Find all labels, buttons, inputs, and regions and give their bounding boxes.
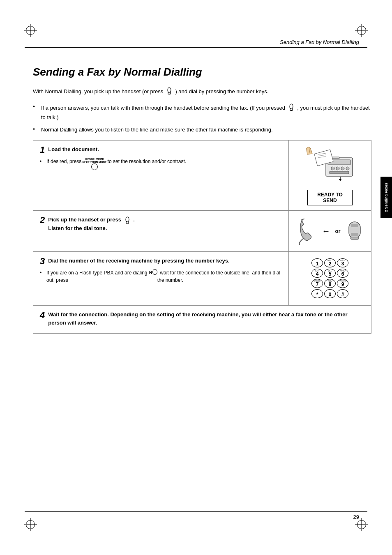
step-1-body: If desired, press RESOLUTION/RECEPTION M… xyxy=(40,158,282,170)
step-1-number: 1 xyxy=(40,145,45,154)
key-6: MNO 6 xyxy=(337,269,348,278)
key-hash: # xyxy=(337,289,348,298)
or-arrow: ← xyxy=(322,226,330,236)
key-1: 1 xyxy=(311,258,323,267)
fax-machine-svg xyxy=(303,145,357,187)
svg-rect-19 xyxy=(350,237,359,240)
key-2: ABC 2 xyxy=(324,258,336,267)
keypad-grid: 1 ABC 2 DEF 3 GHI 4 xyxy=(311,258,348,298)
main-content: Sending a Fax by Normal Dialling With No… xyxy=(33,53,371,522)
telephone-svg xyxy=(296,217,319,246)
svg-marker-15 xyxy=(339,179,342,181)
small-handset-svg xyxy=(346,220,364,242)
ready-to-send-box: READY TO SEND xyxy=(307,190,353,205)
page-title: Sending a Fax by Normal Dialling xyxy=(33,66,371,78)
step2-handset-icon xyxy=(124,216,131,224)
key-star: * xyxy=(311,289,323,298)
steps-container: 1 Load the document. If desired, press R… xyxy=(33,140,371,334)
step-4-number: 4 xyxy=(40,311,45,320)
svg-point-6 xyxy=(336,167,339,170)
svg-rect-0 xyxy=(168,94,170,94)
side-tab: 2 Sending Faxes xyxy=(380,177,392,218)
step-3-number: 3 xyxy=(40,257,45,266)
bullet-2: Normal Dialling allows you to listen to … xyxy=(33,126,371,134)
key-8: TUV 8 xyxy=(324,279,336,288)
key-3: DEF 3 xyxy=(337,258,348,267)
key-7: PQRS 7 xyxy=(311,279,323,288)
bullet-1: If a person answers, you can talk with t… xyxy=(33,103,371,122)
step-1-right: READY TO SEND xyxy=(289,140,371,210)
corner-mark-tr xyxy=(355,24,368,37)
svg-point-8 xyxy=(346,167,349,170)
step-1-title: Load the document. xyxy=(48,145,99,154)
svg-point-7 xyxy=(341,167,344,170)
key-4: GHI 4 xyxy=(311,269,323,278)
header-text: Sending a Fax by Normal Dialling xyxy=(280,39,359,45)
key-9: WXYZ 9 xyxy=(337,279,348,288)
step-3-title: Dial the number of the receiving machine… xyxy=(48,257,229,265)
page: Sending a Fax by Normal Dialling 2 Sendi… xyxy=(0,0,392,555)
side-tab-text: 2 Sending Faxes xyxy=(384,182,389,212)
resolution-icon: RESOLUTION/RECEPTION MODE xyxy=(82,158,106,170)
key-0: 0 xyxy=(324,289,336,298)
step-2-right: ← or xyxy=(289,211,371,251)
svg-rect-17 xyxy=(351,224,358,227)
step-3-row: 3 Dial the number of the receiving machi… xyxy=(33,252,371,305)
handset-icon-inline xyxy=(166,87,173,97)
svg-rect-1 xyxy=(291,110,292,111)
svg-rect-18 xyxy=(351,233,358,236)
footer-line xyxy=(25,511,367,512)
step-2-left: 2 Pick up the handset or press . Listen … xyxy=(33,211,289,251)
handset-icon-inline2 xyxy=(288,103,295,114)
corner-mark-tl xyxy=(24,24,37,37)
or-text: or xyxy=(335,228,341,234)
step-2-title: Pick up the handset or press . Listen fo… xyxy=(48,216,135,232)
step-2-row: 2 Pick up the handset or press . Listen … xyxy=(33,211,371,252)
page-number: 29 xyxy=(353,514,359,520)
step-4-title: Wait for the connection. Depending on th… xyxy=(48,311,364,327)
key-5: JKL 5 xyxy=(324,269,336,278)
step-3-body: If you are on a Flash-type PBX and are d… xyxy=(40,269,282,284)
intro-text: With Normal Dialling, you pick up the ha… xyxy=(33,87,371,97)
svg-rect-9 xyxy=(330,171,349,174)
step-1-left: 1 Load the document. If desired, press R… xyxy=(33,140,289,210)
step-3-right: 1 ABC 2 DEF 3 GHI 4 xyxy=(289,252,371,305)
step-1-row: 1 Load the document. If desired, press R… xyxy=(33,140,371,211)
header-line xyxy=(25,47,367,48)
step-4-row: 4 Wait for the connection. Depending on … xyxy=(33,305,371,333)
step-3-left: 3 Dial the number of the receiving machi… xyxy=(33,252,289,305)
svg-point-5 xyxy=(331,167,334,170)
step-2-number: 2 xyxy=(40,216,45,225)
